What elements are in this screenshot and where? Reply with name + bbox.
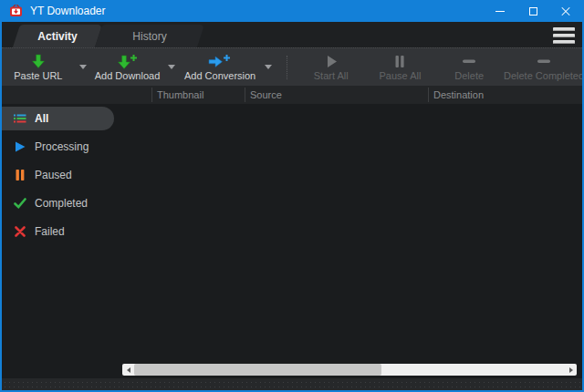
tab-activity-label: Activity (37, 30, 77, 43)
start-all-label: Start All (314, 70, 349, 81)
sidebar-item-paused-label: Paused (35, 169, 72, 181)
scroll-left-arrow-icon[interactable] (122, 364, 134, 376)
status-bar (2, 378, 582, 390)
column-header-source[interactable]: Source (245, 88, 282, 102)
sidebar-filter-list: All Processing Paused Completed (2, 107, 123, 248)
add-conversion-label: Add Conversion (184, 70, 256, 81)
pause-all-label: Pause All (380, 70, 422, 81)
maximize-icon[interactable] (516, 0, 549, 22)
scrollbar-thumb[interactable] (134, 364, 381, 376)
start-all-button[interactable]: Start All (295, 49, 368, 86)
toolbar-separator (287, 56, 287, 79)
blue-play-icon (14, 140, 26, 153)
toolbar: Paste URL Add Download Add Conversion (2, 47, 582, 86)
column-header-thumbnail[interactable]: Thumbnail (151, 88, 203, 102)
red-x-icon (14, 225, 26, 238)
tab-history[interactable]: History (99, 25, 201, 47)
sidebar-item-paused[interactable]: Paused (2, 163, 123, 187)
pause-all-button[interactable]: Pause All (368, 49, 433, 86)
horizontal-scrollbar[interactable] (122, 364, 577, 376)
sidebar-item-completed[interactable]: Completed (2, 191, 123, 215)
sidebar-item-all[interactable]: All (2, 107, 114, 130)
titlebar: YT Downloader (2, 0, 582, 22)
tab-history-label: History (132, 30, 166, 43)
orange-pause-icon (14, 169, 26, 181)
add-conversion-dropdown-icon[interactable] (260, 49, 276, 86)
delete-label: Delete (454, 70, 484, 81)
minus-icon (536, 54, 552, 69)
window-title: YT Downloader (30, 5, 106, 17)
colored-list-icon (14, 112, 26, 125)
app-tv-icon (9, 5, 24, 17)
sidebar-item-failed[interactable]: Failed (2, 220, 123, 243)
tab-bar: Activity History (2, 22, 582, 47)
green-down-arrow-plus-icon (115, 54, 139, 69)
green-down-arrow-icon (29, 54, 47, 69)
sidebar-item-processing-label: Processing (35, 140, 89, 153)
close-icon[interactable] (549, 0, 582, 22)
scroll-right-arrow-icon[interactable] (565, 364, 577, 376)
paste-url-dropdown-icon[interactable] (75, 49, 91, 86)
app-window: YT Downloader Activity History Paste URL (0, 0, 584, 392)
table-header-row: Thumbnail Source Destination (2, 86, 582, 104)
blue-right-arrow-plus-icon (208, 54, 232, 69)
sidebar-item-processing[interactable]: Processing (2, 135, 123, 159)
minimize-icon[interactable] (484, 0, 516, 22)
pause-icon (392, 54, 407, 69)
sidebar-item-all-label: All (35, 112, 48, 125)
play-icon (323, 54, 339, 69)
add-conversion-button[interactable]: Add Conversion (180, 49, 260, 86)
minus-icon (461, 54, 477, 69)
hamburger-menu-icon[interactable] (550, 25, 578, 46)
green-check-icon (14, 197, 26, 210)
add-download-dropdown-icon[interactable] (163, 49, 180, 86)
add-download-label: Add Download (95, 70, 161, 81)
sidebar-item-failed-label: Failed (35, 225, 65, 238)
column-header-destination[interactable]: Destination (428, 88, 484, 102)
add-download-button[interactable]: Add Download (91, 49, 164, 86)
delete-completed-label: Delete Completed (504, 70, 584, 81)
delete-button[interactable]: Delete (433, 49, 506, 86)
paste-url-button[interactable]: Paste URL (2, 49, 75, 86)
paste-url-label: Paste URL (14, 70, 62, 81)
sidebar-item-completed-label: Completed (35, 197, 88, 210)
delete-completed-button[interactable]: Delete Completed (506, 49, 582, 86)
tab-activity[interactable]: Activity (16, 25, 99, 47)
